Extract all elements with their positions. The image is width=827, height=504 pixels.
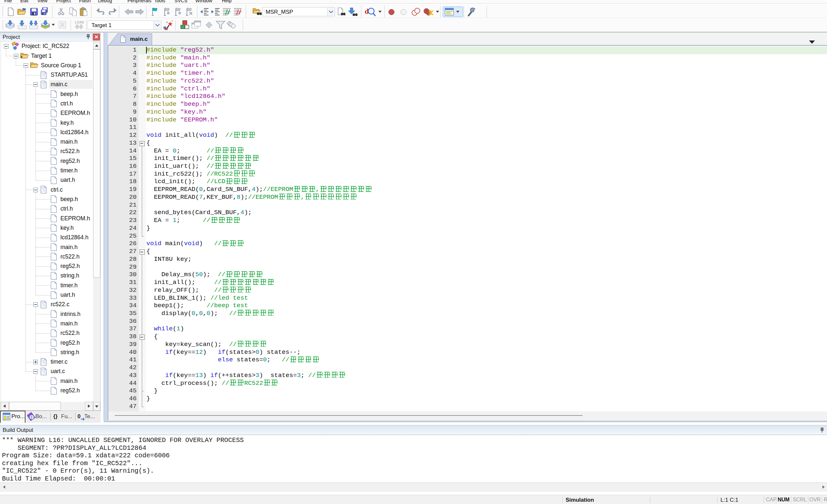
svg-text:LOAD: LOAD	[75, 20, 84, 24]
svg-text:*: *	[21, 55, 22, 59]
svg-text:?: ?	[31, 415, 33, 420]
